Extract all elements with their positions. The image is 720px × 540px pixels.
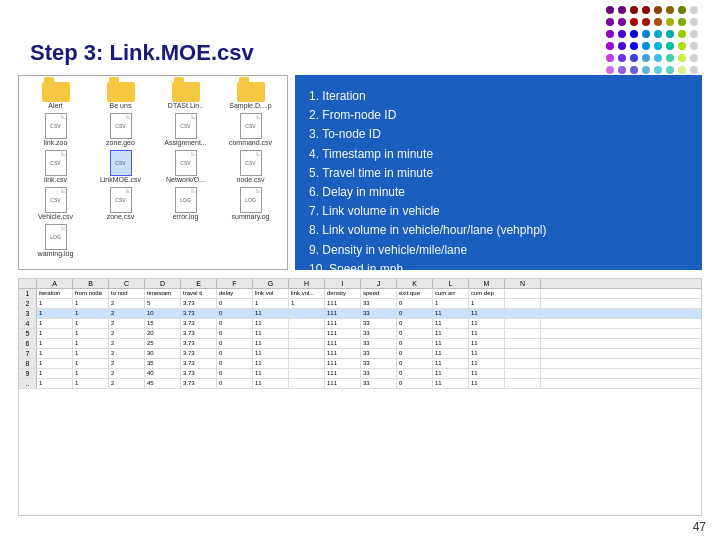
- table-cell: 1: [37, 339, 73, 348]
- table-cell: [505, 319, 541, 328]
- table-cell: 11: [469, 339, 505, 348]
- table-cell: 1: [37, 309, 73, 318]
- table-cell: 11: [433, 349, 469, 358]
- table-cell: 30: [145, 349, 181, 358]
- folder-icon: [42, 82, 70, 102]
- table-cell: 11: [253, 329, 289, 338]
- table-cell: 1: [37, 299, 73, 308]
- row-number: 2: [19, 299, 37, 308]
- decorative-dot: [606, 54, 614, 62]
- file-item[interactable]: LOGwarning.log: [25, 224, 86, 257]
- table-cell: 3.73: [181, 319, 217, 328]
- file-item[interactable]: CSVnode.csv: [220, 150, 281, 183]
- table-cell: 1: [37, 379, 73, 388]
- table-cell: 1: [73, 379, 109, 388]
- spreadsheet-area: ABCDEFGHIJKLMN 1iterationfrom nodeto nod…: [18, 278, 702, 516]
- file-item[interactable]: DTASt.Lin..: [155, 82, 216, 109]
- sheet-col-header: D: [145, 279, 181, 288]
- file-item[interactable]: CSVNetwork/O...: [155, 150, 216, 183]
- table-cell: 1: [73, 319, 109, 328]
- decorative-dot: [690, 42, 698, 50]
- row-number: 9: [19, 369, 37, 378]
- decorative-dot: [666, 30, 674, 38]
- table-cell: 11: [433, 319, 469, 328]
- csv-icon: CSV: [240, 150, 262, 176]
- file-item[interactable]: CSVzone.csv: [90, 187, 151, 220]
- decorative-dot: [642, 42, 650, 50]
- file-label: summary.og: [232, 213, 270, 220]
- file-label: Be uns: [110, 102, 132, 109]
- table-cell: 2: [109, 299, 145, 308]
- decorative-dot: [654, 18, 662, 26]
- table-cell: 20: [145, 329, 181, 338]
- table-cell: speed: [361, 289, 397, 298]
- table-cell: 5: [145, 299, 181, 308]
- table-cell: 2: [109, 309, 145, 318]
- sheet-col-header: M: [469, 279, 505, 288]
- file-item[interactable]: LOGerror.log: [155, 187, 216, 220]
- table-cell: 11: [433, 379, 469, 388]
- table-cell: 1: [289, 299, 325, 308]
- table-row: 8112353.730111113301111: [19, 359, 701, 369]
- file-item[interactable]: CSVcommand.csv: [220, 113, 281, 146]
- file-item[interactable]: CSVLinkMOE.csv: [90, 150, 151, 183]
- table-cell: [289, 349, 325, 358]
- table-cell: [289, 359, 325, 368]
- decorative-dot: [654, 6, 662, 14]
- table-cell: 1: [73, 349, 109, 358]
- table-cell: [289, 369, 325, 378]
- info-list-item: 8. Link volume in vehicle/hour/lane (veh…: [309, 221, 688, 240]
- file-item[interactable]: CSVlink.zoo: [25, 113, 86, 146]
- table-cell: 33: [361, 379, 397, 388]
- info-list-item: 10. Speed in mph: [309, 260, 688, 279]
- sheet-col-header: G: [253, 279, 289, 288]
- csv-icon: CSV: [110, 113, 132, 139]
- csv-icon: CSV: [110, 150, 132, 176]
- table-cell: [289, 379, 325, 388]
- folder-icon: [237, 82, 265, 102]
- decorative-dot: [630, 30, 638, 38]
- file-item[interactable]: Be uns: [90, 82, 151, 109]
- table-cell: 111: [325, 299, 361, 308]
- decorative-dot: [618, 54, 626, 62]
- file-label: error.log: [173, 213, 199, 220]
- decorative-dot: [606, 66, 614, 74]
- file-item[interactable]: CSVlink.csv: [25, 150, 86, 183]
- table-cell: to nod: [109, 289, 145, 298]
- decorative-dot: [606, 6, 614, 14]
- table-cell: link vol: [253, 289, 289, 298]
- table-cell: 0: [397, 329, 433, 338]
- folder-icon: [107, 82, 135, 102]
- row-number: 1: [19, 289, 37, 298]
- decorative-dot: [642, 18, 650, 26]
- table-cell: density: [325, 289, 361, 298]
- row-number: 7: [19, 349, 37, 358]
- table-cell: 2: [109, 349, 145, 358]
- decorative-dot: [630, 18, 638, 26]
- decorative-dot: [618, 66, 626, 74]
- file-item[interactable]: CSVAssignment...: [155, 113, 216, 146]
- table-cell: 0: [397, 319, 433, 328]
- table-cell: 40: [145, 369, 181, 378]
- table-cell: 11: [469, 329, 505, 338]
- table-cell: link vol...: [289, 289, 325, 298]
- info-list-item: 6. Delay in minute: [309, 183, 688, 202]
- table-cell: 3.73: [181, 369, 217, 378]
- file-item[interactable]: Alert: [25, 82, 86, 109]
- table-cell: 0: [397, 369, 433, 378]
- table-cell: 1: [73, 339, 109, 348]
- file-item[interactable]: LOGsummary.og: [220, 187, 281, 220]
- decorative-dot: [678, 42, 686, 50]
- file-item[interactable]: CSVzone.geo: [90, 113, 151, 146]
- row-number: 5: [19, 329, 37, 338]
- table-cell: 0: [397, 339, 433, 348]
- table-cell: [505, 349, 541, 358]
- table-cell: 11: [433, 329, 469, 338]
- decorative-dot: [630, 6, 638, 14]
- table-cell: 11: [433, 369, 469, 378]
- file-item[interactable]: CSVVehicle.csv: [25, 187, 86, 220]
- table-cell: 111: [325, 379, 361, 388]
- table-cell: 0: [397, 349, 433, 358]
- table-cell: 0: [397, 299, 433, 308]
- file-item[interactable]: Sample.D....p: [220, 82, 281, 109]
